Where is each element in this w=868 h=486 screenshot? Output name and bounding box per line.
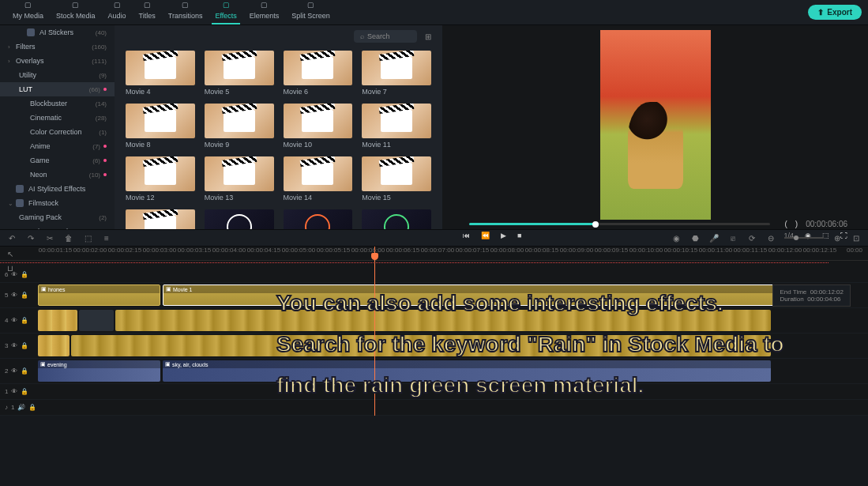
thumb-movie-13[interactable]: Movie 13 — [205, 156, 274, 202]
scrub-out-icon[interactable]: ) — [795, 220, 798, 228]
thumb-movie-10[interactable]: Movie 10 — [284, 104, 353, 149]
track-6[interactable]: 6👁🔒 — [0, 267, 868, 283]
voice-icon[interactable]: 🎤 — [708, 232, 720, 243]
track-5[interactable]: 5👁🔒 ▣hrones ▣Movie 1 — [0, 283, 868, 308]
thumb-movie-12[interactable]: Movie 12 — [126, 156, 195, 202]
sidebar-item-neon[interactable]: Neon(10) — [0, 168, 115, 182]
stop-icon[interactable]: ■ — [517, 232, 521, 239]
zoom-out-icon[interactable]: ⊖ — [765, 232, 776, 243]
sidebar-item-game[interactable]: Game(6) — [0, 153, 115, 168]
sidebar-item-filmstock[interactable]: ⌄Filmstock — [0, 196, 115, 210]
sidebar-item-gaming-pack[interactable]: Gaming Pack(2) — [0, 210, 115, 224]
thumb-neon-01[interactable]: Neon 01 — [205, 209, 274, 229]
tab-elements[interactable]: ▢Elements — [243, 0, 286, 24]
sidebar-item-filters[interactable]: ›Filters(160) — [0, 40, 115, 54]
clip-evening[interactable]: ▣evening — [38, 360, 160, 382]
tab-split-screen[interactable]: ▢Split Screen — [285, 0, 336, 24]
thumb-movie-14[interactable]: Movie 14 — [284, 156, 353, 202]
sidebar-item-color-correction[interactable]: Color Correction(1) — [0, 125, 115, 139]
thumb-movie-6[interactable]: Movie 6 — [284, 51, 353, 96]
track-head[interactable]: 6👁🔒 — [0, 267, 38, 282]
thumb-movie-15[interactable]: Movie 15 — [362, 156, 431, 202]
track-head[interactable]: 3👁🔒 — [0, 333, 38, 358]
sidebar-item-utility[interactable]: Utility(9) — [0, 68, 115, 82]
thumb-movie-16[interactable]: Movie 16 — [126, 209, 195, 229]
clip-texture[interactable] — [71, 335, 771, 356]
playhead[interactable] — [374, 247, 375, 416]
lock-icon[interactable]: 🔒 — [21, 342, 28, 349]
track-1v[interactable]: 1👁🔒 — [0, 384, 868, 400]
track-head[interactable]: 2👁🔒 — [0, 359, 38, 383]
grid-view-icon[interactable]: ⊞ — [422, 30, 434, 43]
lock-icon[interactable]: 🔒 — [21, 317, 28, 324]
track-2[interactable]: 2👁🔒 ▣evening ▣sky, air, clouds — [0, 359, 868, 384]
clip-movie1[interactable]: ▣Movie 1 — [163, 284, 785, 306]
tab-transitions[interactable]: ▢Transitions — [162, 0, 209, 24]
track-3[interactable]: 3👁🔒 — [0, 333, 868, 359]
tab-audio[interactable]: ▢Audio — [102, 0, 133, 24]
undo-icon[interactable]: ↶ — [6, 232, 17, 243]
marker-row[interactable] — [0, 261, 868, 267]
play-icon[interactable]: ▶ — [501, 232, 506, 239]
thumb-movie-11[interactable]: Movie 11 — [362, 104, 431, 149]
tab-titles[interactable]: ▢Titles — [133, 0, 162, 24]
marker-icon[interactable]: ⬣ — [690, 232, 701, 243]
clip-texture[interactable] — [38, 335, 70, 356]
track-head[interactable]: 4👁🔒 — [0, 308, 38, 333]
mute-icon[interactable]: 🔊 — [17, 404, 25, 411]
scrub-in-icon[interactable]: ( — [784, 220, 787, 228]
export-button[interactable]: ⬆ Export — [808, 5, 862, 20]
track-4[interactable]: 4👁🔒 — [0, 308, 868, 333]
thumb-movie-7[interactable]: Movie 7 — [362, 51, 431, 96]
play-prev-icon[interactable]: ⏪ — [481, 232, 490, 239]
track-head[interactable]: 1👁🔒 — [0, 384, 38, 399]
tab-effects[interactable]: ▢Effects — [209, 0, 242, 24]
search-input[interactable]: ⌕ Search — [354, 30, 417, 43]
sidebar-item-ai-stickers[interactable]: AI Stickers(40) — [0, 25, 115, 40]
thumb-movie-5[interactable]: Movie 5 — [205, 51, 274, 96]
mixer-icon[interactable]: ⎚ — [727, 232, 738, 243]
clip-hrones[interactable]: ▣hrones — [38, 284, 160, 306]
tab-my-media[interactable]: ▢My Media — [6, 0, 50, 24]
zoom-in-icon[interactable]: ⊕ — [832, 232, 843, 243]
preview-video[interactable] — [460, 30, 851, 220]
clip-texture[interactable] — [115, 310, 771, 331]
thumb-movie-9[interactable]: Movie 9 — [205, 104, 274, 149]
tab-stock-media[interactable]: ▢Stock Media — [50, 0, 102, 24]
thumb-movie-8[interactable]: Movie 8 — [126, 104, 195, 149]
thumb-neon-02[interactable]: Neon 02 — [284, 209, 353, 229]
eye-icon[interactable]: 👁 — [11, 271, 17, 278]
eye-icon[interactable]: 👁 — [11, 367, 17, 375]
track-head[interactable]: 5👁🔒 — [0, 283, 38, 307]
delete-icon[interactable]: 🗑 — [63, 232, 74, 243]
zoom-slider[interactable] — [784, 237, 824, 239]
lock-icon[interactable]: 🔒 — [21, 271, 28, 278]
lock-icon[interactable]: 🔒 — [28, 404, 36, 411]
thumb-neon-03[interactable]: Neon 03 — [362, 209, 431, 229]
render-icon[interactable]: ⟳ — [746, 232, 757, 243]
time-ruler[interactable]: 00:00:01:1500:00:02:0000:00:02:1500:00:0… — [0, 247, 868, 261]
track-head[interactable]: ♪1🔊🔒 — [0, 400, 38, 415]
thumb-movie-4[interactable]: Movie 4 — [126, 51, 195, 96]
sidebar-item-blockbuster[interactable]: Blockbuster(14) — [0, 96, 115, 111]
sidebar-item-superhero-pack[interactable]: Superhero Pack(2) — [0, 224, 115, 229]
eye-icon[interactable]: 👁 — [11, 388, 17, 395]
lock-icon[interactable]: 🔒 — [21, 292, 28, 299]
sidebar-item-cinematic[interactable]: Cinematic(28) — [0, 111, 115, 125]
sidebar-item-overlays[interactable]: ›Overlays(111) — [0, 54, 115, 68]
redo-icon[interactable]: ↷ — [25, 232, 36, 243]
sidebar-item-ai-stylized-effects[interactable]: AI Stylized Effects — [0, 182, 115, 196]
clip-sky[interactable]: ▣sky, air, clouds — [163, 360, 771, 382]
scrubber[interactable] — [469, 223, 770, 225]
track-1a[interactable]: ♪1🔊🔒 — [0, 400, 868, 416]
eye-icon[interactable]: 👁 — [11, 317, 17, 324]
clip-dark[interactable] — [79, 310, 114, 331]
lock-icon[interactable]: 🔒 — [21, 367, 28, 375]
sidebar-item-lut[interactable]: LUT(66) — [0, 82, 115, 96]
record-icon[interactable]: ◉ — [671, 232, 682, 243]
cut-icon[interactable]: ✂ — [44, 232, 55, 243]
clip-texture[interactable] — [38, 310, 77, 331]
prev-frame-icon[interactable]: ⏮ — [463, 232, 470, 239]
eye-icon[interactable]: 👁 — [11, 342, 17, 349]
fit-icon[interactable]: ⊡ — [851, 232, 862, 243]
